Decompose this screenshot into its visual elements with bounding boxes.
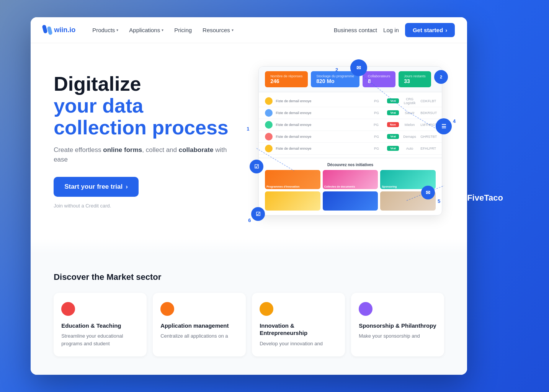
login-link[interactable]: Log in (383, 27, 399, 33)
bubble-number-2: 2 (335, 67, 338, 73)
bubble-2: ✉ (350, 59, 367, 76)
section-divider (31, 238, 467, 254)
stat-collaborators: Collaborateurs 8 (363, 71, 396, 87)
stat-days: Jours restants 33 (399, 71, 431, 87)
bubble-number-4: 4 (453, 118, 456, 124)
logo-text: wiin.io (54, 26, 75, 34)
browser-window: wiin.io Products ▾ Applications ▾ Pricin… (31, 17, 467, 375)
market-card-title: Sponsorship & Philanthropy (359, 322, 436, 330)
business-contact-link[interactable]: Business contact (334, 27, 377, 33)
gallery-item (323, 191, 378, 211)
table-row: Fiste de demail ennoye PG Vrai Auto EFHL… (259, 143, 442, 155)
footer-brand: FiveTaco (467, 185, 518, 207)
get-started-button[interactable]: Get started › (405, 23, 455, 37)
bubble-number-6: 6 (248, 217, 251, 223)
bubble-number-5: 5 (438, 198, 440, 204)
send-icon: ✉ (356, 65, 361, 71)
gallery-row2 (265, 191, 436, 211)
bubble-6: ☑ (251, 207, 265, 221)
gallery-item: Programmes d'Innovation (265, 170, 320, 189)
table-row: Fiste de demail ennoye PG Vrai Sauvir BD… (259, 107, 442, 119)
stat-responses: Nombre de réponses 246 (265, 71, 308, 87)
hero-section: Digitalize your data collection process … (31, 43, 467, 238)
table-row: Fiste de demail ennoye PG Non Mielon LMT… (259, 119, 442, 131)
dashboard-mockup: Nombre de réponses 246 Stockage du progr… (258, 66, 442, 216)
avatar (265, 121, 273, 129)
hero-heading: Digitalize your data collection process (54, 73, 241, 139)
market-card-desc: Make your sponsorship and (359, 332, 436, 340)
dashboard-gallery: Découvrez nos initiatives Programmes d'I… (259, 158, 442, 215)
education-icon (61, 302, 75, 316)
gallery-item: Collectes de documents (323, 170, 378, 189)
avatar (265, 109, 273, 117)
market-card-education[interactable]: Education & Teaching Streamline your edu… (54, 293, 147, 357)
market-card-desc: Centralize all applications on a (160, 332, 238, 340)
gallery-title: Découvrez nos initiatives (265, 163, 436, 167)
application-icon (160, 302, 174, 316)
avatar (265, 133, 273, 140)
nav-right: Business contact Log in Get started › (334, 23, 455, 37)
nav-item-products[interactable]: Products ▾ (88, 24, 123, 36)
arrow-icon: › (126, 183, 128, 191)
chevron-down-icon: ▾ (116, 28, 118, 32)
market-section: Discover the Market sector Education & T… (31, 254, 467, 375)
checkbox-icon: ☑ (254, 163, 259, 170)
arrow-icon: › (445, 27, 447, 33)
dashboard-table: Fiste de demail ennoye PG Vrai CRG Logis… (259, 92, 442, 158)
logo[interactable]: wiin.io (43, 25, 75, 35)
nav-item-pricing[interactable]: Pricing (170, 24, 196, 36)
list-icon: ☰ (441, 123, 446, 129)
stat-storage: Stockage du programme 820 Mo (311, 71, 359, 87)
logo-icon (43, 25, 52, 35)
bubble-5: ✉ (421, 186, 435, 199)
brand-name: FiveTaco (467, 193, 503, 203)
no-credit-card-text: Join without a Credit card. (54, 203, 241, 209)
table-row: Fiste de demail ennoye PG Vrai CRG Logis… (259, 95, 442, 107)
bubble-label: 2 (440, 75, 442, 79)
hero-subtext: Create effortless online forms, collect … (54, 145, 241, 165)
market-card-title: Innovation & Entrepreneurship (260, 322, 337, 337)
avatar (265, 145, 273, 152)
market-card-title: Education & Teaching (61, 322, 139, 330)
nav-item-resources[interactable]: Resources ▾ (198, 24, 238, 36)
market-card-title: Application management (160, 322, 238, 330)
market-card-desc: Streamline your educational programs and… (61, 332, 139, 347)
chevron-down-icon: ▾ (232, 28, 234, 32)
chevron-down-icon: ▾ (162, 28, 163, 32)
market-section-title: Discover the Market sector (54, 272, 444, 282)
checkbox-icon: ☑ (256, 211, 261, 217)
market-card-application[interactable]: Application management Centralize all ap… (153, 293, 246, 357)
sponsorship-icon (359, 302, 373, 316)
bubble-1: 2 (434, 70, 448, 84)
hero-right: ✉ 2 Nombre de réponses 246 Stockage du p… (257, 66, 444, 216)
trial-button[interactable]: Start your free trial › (54, 177, 139, 197)
gallery-grid: Programmes d'Innovation Collectes de doc… (265, 170, 436, 189)
market-card-sponsorship[interactable]: Sponsorship & Philanthropy Make your spo… (351, 293, 444, 357)
hero-left: Digitalize your data collection process … (54, 73, 241, 209)
nav-items: Products ▾ Applications ▾ Pricing Resour… (88, 24, 331, 36)
innovation-icon (260, 302, 273, 316)
bubble-number-1: 1 (247, 126, 249, 132)
navbar: wiin.io Products ▾ Applications ▾ Pricin… (31, 17, 467, 43)
bubble-3: ☑ (250, 160, 263, 173)
market-cards: Education & Teaching Streamline your edu… (54, 293, 444, 357)
send-icon: ✉ (426, 189, 430, 196)
table-row: Fiste de demail ennoye PG Vrai Demaps GH… (259, 131, 442, 143)
avatar (265, 97, 273, 105)
market-card-desc: Develop your innovation and (260, 340, 337, 348)
nav-item-applications[interactable]: Applications ▾ (124, 24, 168, 36)
bubble-4: ☰ (436, 118, 452, 134)
gallery-item (265, 191, 320, 211)
market-card-innovation[interactable]: Innovation & Entrepreneurship Develop yo… (252, 293, 345, 357)
